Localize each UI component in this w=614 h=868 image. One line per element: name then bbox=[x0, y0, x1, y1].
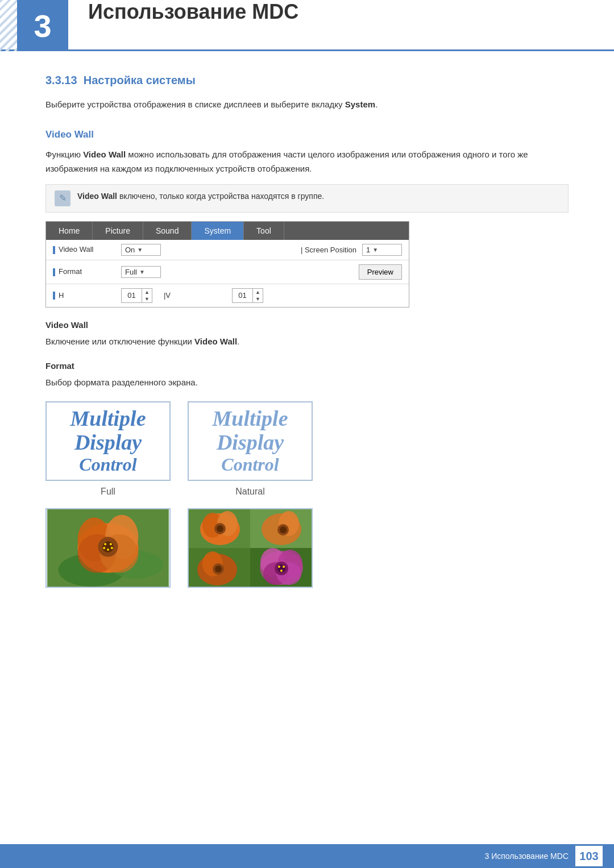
panel-row-format: Format Full ▼ Preview bbox=[46, 260, 409, 284]
photo-svg-1 bbox=[189, 509, 250, 548]
photo-svg-3 bbox=[189, 548, 250, 587]
format-images: Multiple Display Control Full Multiple D… bbox=[45, 401, 569, 497]
mdc-logo-full: Multiple Display Control bbox=[70, 407, 146, 475]
flower-full-image bbox=[45, 508, 171, 588]
svg-point-20 bbox=[217, 525, 223, 532]
footer-text: 3 Использование MDC bbox=[485, 852, 569, 861]
chapter-title: Использование MDC bbox=[88, 0, 298, 49]
format-natural-image: Multiple Display Control bbox=[188, 401, 313, 481]
svg-point-25 bbox=[280, 526, 287, 533]
chapter-number-box: 3 bbox=[17, 0, 68, 51]
h-up-arrow[interactable]: ▲ bbox=[142, 289, 152, 296]
dropdown-arrow-1: ▼ bbox=[137, 247, 143, 253]
control-panel: Home Picture Sound System Tool Video Wal… bbox=[45, 221, 409, 308]
h-spinner-arrows[interactable]: ▲ ▼ bbox=[142, 289, 152, 302]
panel-right-preview: Preview bbox=[359, 264, 402, 280]
panel-row-videowall: Video Wall On ▼ | Screen Position 1 ▼ bbox=[46, 240, 409, 260]
videowall-subdesc: Включение или отключение функции Video W… bbox=[45, 334, 569, 349]
svg-point-11 bbox=[110, 543, 112, 545]
screen-position-dropdown[interactable]: 1 ▼ bbox=[362, 244, 402, 256]
format-full-group: Multiple Display Control Full bbox=[45, 401, 171, 497]
svg-point-14 bbox=[111, 547, 113, 549]
photo-cell-4 bbox=[250, 548, 312, 587]
flower-natural-image bbox=[188, 508, 313, 588]
panel-right-screenpos: | Screen Position 1 ▼ bbox=[301, 244, 402, 256]
tab-picture[interactable]: Picture bbox=[93, 222, 143, 240]
panel-body: Video Wall On ▼ | Screen Position 1 ▼ bbox=[46, 240, 409, 307]
note-box: Video Wall включено, только когда устрой… bbox=[45, 184, 569, 213]
v-value: 01 bbox=[233, 290, 252, 301]
h-spinner[interactable]: 01 ▲ ▼ bbox=[121, 288, 152, 303]
bar-indicator-2 bbox=[53, 268, 55, 276]
tab-home[interactable]: Home bbox=[46, 222, 93, 240]
videowall-label: Video Wall bbox=[53, 245, 121, 254]
format-value: Full bbox=[125, 268, 137, 276]
section-heading: 3.3.13 Настройка системы bbox=[45, 74, 569, 87]
video-wall-subheading: Video Wall bbox=[45, 129, 569, 140]
format-subdesc: Выбор формата разделенного экрана. bbox=[45, 375, 569, 390]
format-sublabel: Format bbox=[45, 361, 569, 371]
mdc-logo-natural: Multiple Display Control bbox=[212, 407, 288, 475]
video-wall-description: Функцию Video Wall можно использовать дл… bbox=[45, 147, 569, 176]
photo-svg-4 bbox=[250, 548, 312, 587]
format-full-image: Multiple Display Control bbox=[45, 401, 171, 481]
svg-point-10 bbox=[104, 543, 106, 545]
photo-svg-2 bbox=[250, 509, 312, 548]
format-full-label: Full bbox=[101, 487, 115, 497]
format-flower-full-group bbox=[45, 508, 171, 588]
tab-sound[interactable]: Sound bbox=[143, 222, 192, 240]
h-down-arrow[interactable]: ▼ bbox=[142, 296, 152, 302]
format-natural-group: Multiple Display Control Natural bbox=[188, 401, 313, 497]
svg-point-39 bbox=[278, 566, 280, 568]
v-spinner-arrows[interactable]: ▲ ▼ bbox=[252, 289, 263, 302]
svg-point-41 bbox=[280, 570, 283, 572]
videowall-dropdown[interactable]: On ▼ bbox=[121, 244, 161, 256]
h-value: 01 bbox=[122, 290, 142, 301]
chapter-number: 3 bbox=[34, 7, 51, 44]
videowall-sublabel: Video Wall bbox=[45, 320, 569, 330]
tab-tool[interactable]: Tool bbox=[244, 222, 284, 240]
v-label: |V bbox=[164, 291, 232, 300]
format-natural-label: Natural bbox=[235, 487, 265, 497]
v-up-arrow[interactable]: ▲ bbox=[253, 289, 263, 296]
videowall-value: On bbox=[125, 246, 135, 254]
format-flower-images bbox=[45, 508, 569, 588]
photo-cell-1 bbox=[189, 509, 250, 548]
screen-position-label: | Screen Position bbox=[301, 246, 356, 254]
dropdown-arrow-3: ▼ bbox=[139, 269, 145, 275]
svg-point-40 bbox=[283, 566, 285, 568]
bar-indicator-1 bbox=[53, 246, 55, 254]
videowall-control[interactable]: On ▼ bbox=[121, 244, 161, 256]
page-footer: 3 Использование MDC 103 bbox=[0, 844, 614, 868]
format-label: Format bbox=[53, 267, 121, 276]
svg-point-13 bbox=[103, 547, 105, 549]
h-label: H bbox=[53, 291, 121, 300]
svg-point-30 bbox=[215, 566, 222, 572]
main-content: 3.3.13 Настройка системы Выберите устрой… bbox=[0, 74, 614, 628]
photo-cell-3 bbox=[189, 548, 250, 587]
note-icon bbox=[55, 190, 70, 206]
format-control[interactable]: Full ▼ bbox=[121, 266, 161, 278]
panel-tabs: Home Picture Sound System Tool bbox=[46, 222, 409, 240]
svg-point-12 bbox=[107, 548, 109, 550]
footer-page-number: 103 bbox=[575, 846, 603, 866]
preview-button[interactable]: Preview bbox=[359, 264, 402, 280]
dropdown-arrow-2: ▼ bbox=[372, 247, 378, 253]
flower-full-svg bbox=[47, 509, 169, 587]
v-down-arrow[interactable]: ▼ bbox=[253, 296, 263, 302]
chapter-header: 3 Использование MDC bbox=[0, 0, 614, 51]
intro-paragraph: Выберите устройства отображения в списке… bbox=[45, 97, 569, 112]
tab-system[interactable]: System bbox=[192, 222, 244, 240]
screen-position-value: 1 bbox=[366, 246, 370, 254]
v-spinner[interactable]: 01 ▲ ▼ bbox=[232, 288, 263, 303]
format-flower-natural-group bbox=[188, 508, 313, 588]
note-text: Video Wall включено, только когда устрой… bbox=[77, 190, 324, 202]
bar-indicator-3 bbox=[53, 292, 55, 300]
photo-cell-2 bbox=[250, 509, 312, 548]
stripe-decoration bbox=[0, 0, 17, 51]
format-dropdown[interactable]: Full ▼ bbox=[121, 266, 161, 278]
panel-row-hv: H 01 ▲ ▼ |V 01 ▲ ▼ bbox=[46, 284, 409, 307]
